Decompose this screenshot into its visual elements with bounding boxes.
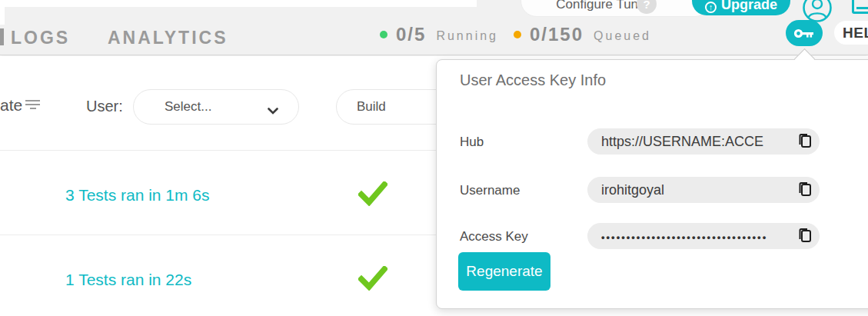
upgrade-label: Upgrade xyxy=(721,0,777,13)
chevron-down-icon xyxy=(268,103,278,118)
help-button[interactable]: HELP xyxy=(834,21,868,45)
username-field-row: Username irohitgoyal xyxy=(460,177,860,203)
running-dot-icon xyxy=(380,31,387,38)
top-header: LOGS ANALYTICS 0/5 Running 0/150 Queued … xyxy=(0,0,868,55)
upgrade-arrow-icon: ↑ xyxy=(705,2,717,13)
hub-value-field[interactable]: https://USERNAME:ACCE xyxy=(587,128,820,155)
access-key-value-field[interactable]: ••••••••••••••••••••••••••••••••• xyxy=(587,223,820,249)
queued-label: Queued xyxy=(594,26,651,43)
username-value-field[interactable]: irohitgoyal xyxy=(587,177,820,203)
access-key-popup: User Access Key Info Hub https://USERNAM… xyxy=(436,59,868,309)
popup-title: User Access Key Info xyxy=(460,72,606,89)
upgrade-button[interactable]: ↑ Upgrade xyxy=(692,0,790,15)
queued-count: 0/150 xyxy=(530,24,584,45)
hub-field-row: Hub https://USERNAME:ACCE xyxy=(460,128,860,155)
user-select-dropdown[interactable]: Select... xyxy=(133,89,299,125)
hub-value: https://USERNAME:ACCE xyxy=(601,134,763,150)
nav-tab-analytics[interactable]: ANALYTICS xyxy=(108,28,228,48)
nav-tab-logs[interactable]: LOGS xyxy=(11,28,70,48)
running-stat: 0/5 Running xyxy=(380,24,498,45)
access-key-field-row: Access Key •••••••••••••••••••••••••••••… xyxy=(460,223,860,249)
monitor-icon[interactable] xyxy=(852,0,868,14)
passed-check-icon xyxy=(358,181,387,209)
username-label: Username xyxy=(460,183,520,198)
sort-filter-icon[interactable] xyxy=(25,100,41,109)
test-run-link[interactable]: 3 Tests ran in 1m 6s xyxy=(65,186,210,205)
copy-icon[interactable] xyxy=(796,228,813,244)
app-root: LOGS ANALYTICS 0/5 Running 0/150 Queued … xyxy=(0,0,868,316)
regenerate-button[interactable]: Regenerate xyxy=(458,252,550,291)
running-count: 0/5 xyxy=(396,24,426,45)
copy-icon[interactable] xyxy=(796,181,813,198)
left-white-strip xyxy=(0,0,5,25)
key-icon xyxy=(793,28,815,39)
date-filter-label-fragment: ate xyxy=(0,96,22,115)
build-select-value: Build xyxy=(357,99,386,115)
hub-label: Hub xyxy=(460,135,484,150)
access-key-label: Access Key xyxy=(460,229,528,244)
username-value: irohitgoyal xyxy=(601,182,664,198)
test-run-link[interactable]: 1 Tests ran in 22s xyxy=(65,271,191,289)
copy-icon[interactable] xyxy=(796,133,813,150)
configure-tunnel-button[interactable]: Configure Tunnel xyxy=(520,0,711,17)
user-select-value: Select... xyxy=(165,99,211,115)
access-key-masked-value: ••••••••••••••••••••••••••••••••• xyxy=(601,229,767,243)
running-label: Running xyxy=(436,26,498,43)
access-key-button[interactable] xyxy=(786,20,823,46)
passed-check-icon xyxy=(358,266,387,294)
queued-stat: 0/150 Queued xyxy=(514,24,651,45)
queued-dot-icon xyxy=(514,31,521,38)
top-left-white-strip xyxy=(0,0,477,7)
nav-item-cut-fragment xyxy=(0,28,4,45)
user-filter-label: User: xyxy=(86,98,123,115)
